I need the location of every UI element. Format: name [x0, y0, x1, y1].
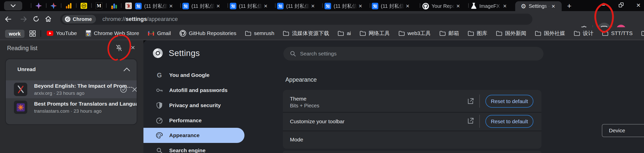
folder-icon	[535, 31, 541, 36]
pinned-tab-medium[interactable]: M	[95, 2, 103, 9]
tab-close-icon[interactable]: ×	[503, 3, 507, 9]
bookmark-folder-plagiarism-check[interactable]: 查重	[641, 30, 644, 37]
external-link-icon	[467, 98, 474, 105]
back-button[interactable]	[5, 16, 12, 23]
settings-search-input[interactable]: Search settings	[283, 47, 543, 60]
web-store-icon	[86, 30, 91, 37]
close-panel-button[interactable]: ×	[131, 44, 135, 51]
tab-close-icon[interactable]: ×	[406, 3, 409, 9]
mode-dropdown[interactable]: Device	[602, 124, 644, 137]
colorful-chart-icon	[111, 3, 117, 9]
site-chip[interactable]: Chrome	[62, 15, 96, 23]
tab-github-repo[interactable]: Your Repo ×	[422, 1, 467, 11]
site-chip-label: Chrome	[73, 16, 92, 22]
reading-list-item[interactable]: Best Prompts for Translators and Languag…	[6, 98, 137, 116]
folder-icon	[399, 31, 405, 36]
tab-group-chip-work[interactable]: work	[5, 30, 24, 38]
tab-title: (11 封私信	[144, 3, 168, 10]
window-minimize-button[interactable]	[595, 0, 610, 11]
pinned-tab-sparkle[interactable]	[50, 2, 57, 9]
bookmark-gmail[interactable]: Gmail	[148, 30, 171, 36]
chevron-up-icon[interactable]	[123, 68, 130, 71]
reading-list-panel: Reading list × Unread Beyond English: Th…	[0, 40, 143, 153]
bookmark-folder-stt-tts[interactable]: STT/TTS	[602, 30, 633, 36]
bookmark-folder-mail[interactable]: 邮箱	[439, 30, 459, 37]
pinned-tab-gemini[interactable]	[35, 2, 42, 9]
tab-zhihu-4[interactable]: 知 (11 封私信 ×	[277, 1, 324, 11]
sidebar-item-search-engine[interactable]: Search engine	[143, 143, 244, 153]
bookmark-github-repositories[interactable]: GitHub Repositories	[180, 30, 236, 37]
bookmark-folder-design[interactable]: 设计	[574, 30, 593, 37]
settings-page: Settings G You and Google Autofill and p…	[143, 40, 644, 153]
github-icon	[180, 30, 186, 37]
tab-close-icon[interactable]: ×	[311, 3, 315, 9]
bookmark-folder-semrush[interactable]: semrush	[245, 30, 275, 36]
tab-zhihu-1[interactable]: 知 (11 封私信 ×	[135, 1, 182, 11]
pinned-tab-analytics[interactable]	[65, 2, 72, 9]
pinned-tab-leaf[interactable]	[125, 2, 132, 9]
row-title: Customize your toolbar	[290, 118, 344, 125]
zhihu-favicon: 知	[230, 3, 236, 9]
tab-zhihu-2[interactable]: 知 (11 封私信 ×	[182, 1, 229, 11]
reset-theme-button[interactable]: Reset to default	[485, 95, 533, 108]
zhihu-favicon: 知	[135, 3, 142, 9]
mark-read-button[interactable]	[120, 86, 127, 93]
chevron-down-icon	[11, 4, 16, 7]
bookmark-folder-foreign-news[interactable]: 国外新闻	[496, 30, 526, 37]
reset-toolbar-button[interactable]: Reset to default	[485, 115, 533, 128]
remove-item-button[interactable]	[131, 86, 137, 93]
gmail-icon	[148, 31, 154, 36]
sidebar-item-appearance[interactable]: Appearance	[143, 128, 244, 143]
sidebar-item-you-and-google[interactable]: G You and Google	[143, 68, 244, 83]
bookmark-folder-gallery[interactable]: 图库	[468, 30, 487, 37]
reading-item-title: Best Prompts for Translators and Languag…	[34, 101, 137, 107]
bookmark-youtube[interactable]: YouTube	[47, 30, 77, 36]
bookmark-folder-web3-tools[interactable]: web3工具	[399, 30, 431, 37]
tab-close-icon[interactable]: ×	[216, 3, 220, 9]
address-bar[interactable]: Chrome chrome://settings/appearance	[60, 14, 532, 25]
apps-grid-button[interactable]	[29, 30, 36, 37]
tab-close-icon[interactable]: ×	[264, 3, 267, 9]
sidebar-item-privacy[interactable]: Privacy and security	[143, 98, 244, 113]
tab-strip-menu-button[interactable]	[4, 1, 22, 10]
palette-icon	[156, 132, 163, 138]
tab-close-icon[interactable]: ×	[456, 3, 460, 9]
chrome-logo-icon	[65, 16, 71, 22]
tab-close-icon[interactable]: ×	[552, 3, 555, 9]
tab-imagefx[interactable]: ImageFX - ×	[471, 1, 514, 11]
tab-zhihu-3[interactable]: 知 (11 封私信 ×	[230, 1, 277, 11]
chrome-logo-icon	[153, 48, 163, 58]
settings-page-title: Settings	[169, 48, 200, 58]
reading-list-card: Unread Beyond English: The Impact of Pro…	[5, 58, 137, 125]
zhihu-favicon: 知	[277, 3, 284, 9]
window-close-button[interactable]: ×	[631, 0, 644, 11]
sidebar-item-autofill[interactable]: Autofill and passwords	[143, 83, 244, 98]
new-tab-button[interactable]: +	[565, 2, 574, 11]
pinned-tab-yellow-badge[interactable]	[80, 2, 87, 9]
bookmark-folder-ai[interactable]: ai	[338, 30, 351, 36]
tab-zhihu-6[interactable]: 知 (11 封私信 ×	[372, 1, 419, 11]
forward-button[interactable]	[20, 16, 27, 23]
bookmarks-row: YouTube Chrome Web Store Gmail GitHub Re…	[47, 27, 644, 39]
window-restore-button[interactable]	[613, 0, 628, 11]
row-title: Mode	[290, 137, 303, 143]
reading-list-item[interactable]: Beyond English: The Impact of Prom… arxi…	[6, 80, 137, 98]
bookmark-folder-network-tools[interactable]: 网络工具	[360, 30, 390, 37]
pinned-tab-chart[interactable]	[110, 2, 117, 9]
bookmark-folder-media-download[interactable]: 流媒体资源下载	[283, 30, 329, 37]
sidebar-item-performance[interactable]: Performance	[143, 113, 244, 128]
bookmark-chrome-web-store[interactable]: Chrome Web Store	[86, 30, 139, 37]
tab-zhihu-5[interactable]: 知 (11 封私信 ×	[325, 1, 371, 11]
tab-close-icon[interactable]: ×	[169, 3, 173, 9]
tab-close-icon[interactable]: ×	[359, 3, 362, 9]
google-g-icon: G	[156, 72, 163, 79]
unread-section-header[interactable]: Unread	[6, 59, 137, 80]
external-link-icon	[467, 117, 474, 124]
bookmark-folder-foreign-social[interactable]: 国外社媒	[535, 30, 565, 37]
row-divider	[479, 95, 480, 108]
reload-button[interactable]	[32, 15, 40, 23]
home-button[interactable]	[44, 15, 52, 23]
tab-settings-active[interactable]: ⚙ Settings - ×	[515, 1, 562, 11]
folder-icon	[574, 31, 580, 36]
unpin-side-panel-button[interactable]	[115, 44, 123, 52]
